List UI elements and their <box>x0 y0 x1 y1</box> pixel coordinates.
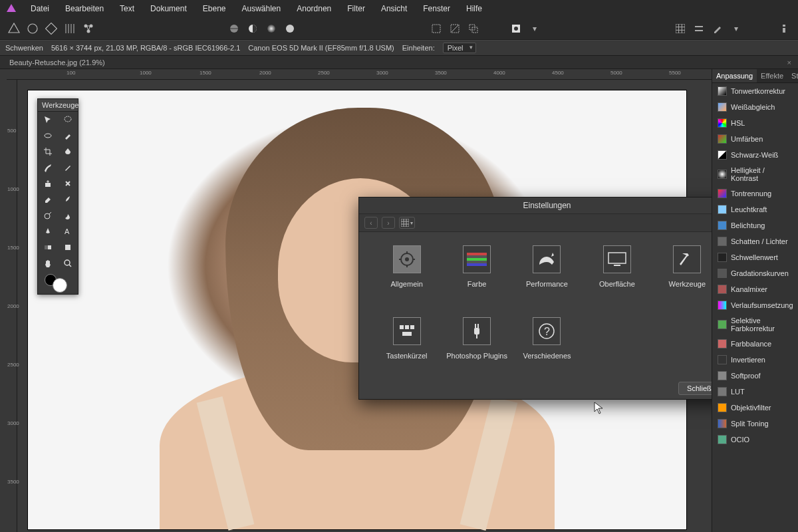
menu-auswaehlen[interactable]: Auswählen <box>235 1 287 16</box>
dodge-tool-icon[interactable] <box>38 207 58 223</box>
menu-bearbeiten[interactable]: Bearbeiten <box>59 1 110 16</box>
quickmask-icon[interactable] <box>509 21 523 36</box>
grid-icon[interactable] <box>673 21 688 36</box>
adjustment-item[interactable]: Softproof <box>712 368 798 384</box>
adjustment-swatch-icon <box>718 355 727 364</box>
adjustment-item[interactable]: Weißabgleich <box>712 99 798 115</box>
zoom-tool-icon[interactable] <box>58 255 78 271</box>
menu-filter[interactable]: Filter <box>340 1 372 16</box>
text-tool-icon[interactable]: A <box>58 223 78 239</box>
svg-point-20 <box>65 116 71 122</box>
healing-tool-icon[interactable] <box>58 176 78 192</box>
dialog-close-button[interactable]: Schließen <box>678 382 712 395</box>
dropdown2-icon[interactable]: ▾ <box>729 21 743 36</box>
color-swatches[interactable] <box>38 271 78 294</box>
pen-tool-icon[interactable] <box>38 223 58 239</box>
persona-photo-icon[interactable] <box>7 21 21 36</box>
dialog-view-grid-icon[interactable]: ▾ <box>399 217 415 229</box>
adjustment-item[interactable]: Belichtung <box>712 217 798 233</box>
gradient-tool-icon[interactable] <box>38 239 58 255</box>
menu-dokument[interactable]: Dokument <box>144 1 194 16</box>
background-color[interactable] <box>53 278 67 293</box>
adjustment-item[interactable]: Kanalmixer <box>712 281 798 297</box>
adjustment-item[interactable]: Schwarz-Weiß <box>712 147 798 163</box>
menu-fenster[interactable]: Fenster <box>416 1 457 16</box>
tab-stile[interactable]: Stile <box>787 69 798 82</box>
dropdown-icon[interactable]: ▾ <box>527 21 542 36</box>
pref-item-hammer[interactable]: Werkzeuge <box>656 245 712 303</box>
flood-tool-icon[interactable] <box>58 144 78 160</box>
right-panel: Anpassung Effekte Stile Tonwertkorrektur… <box>712 69 798 532</box>
align-icon[interactable] <box>692 21 706 36</box>
dialog-forward-icon[interactable]: › <box>382 217 395 229</box>
menu-datei[interactable]: Datei <box>24 1 56 16</box>
persona-export-icon[interactable] <box>81 21 96 36</box>
pref-item-plug[interactable]: Photoshop Plugins <box>445 317 508 374</box>
pref-item-gear[interactable]: Allgemein <box>375 245 438 303</box>
pref-item-color[interactable]: Farbe <box>445 245 508 303</box>
pref-item-monitor[interactable]: Oberfläche <box>585 245 648 303</box>
toolbar-gradient-icon[interactable] <box>264 21 279 36</box>
dialog-back-icon[interactable]: ‹ <box>364 217 378 229</box>
persona-tone-icon[interactable] <box>63 21 77 36</box>
lasso-tool-icon[interactable] <box>58 112 78 128</box>
svg-point-28 <box>65 260 70 265</box>
adjustment-item[interactable]: HSL <box>712 115 798 131</box>
persona-develop-icon[interactable] <box>44 21 59 36</box>
tab-anpassung[interactable]: Anpassung <box>712 69 757 82</box>
adjustment-item[interactable]: Schwellenwert <box>712 249 798 265</box>
adjustment-item[interactable]: OCIO <box>712 432 798 448</box>
adjustment-item[interactable]: Schatten / Lichter <box>712 233 798 249</box>
selection-mode1-icon[interactable] <box>429 21 444 36</box>
pref-item-keys[interactable]: Tastenkürzel <box>375 317 438 374</box>
menu-ansicht[interactable]: Ansicht <box>374 1 414 16</box>
crop-tool-icon[interactable] <box>38 144 58 160</box>
adjustment-item[interactable]: LUT <box>712 384 798 400</box>
selection-mode2-icon[interactable] <box>448 21 462 36</box>
smudge-tool-icon[interactable] <box>58 192 78 207</box>
adjustment-item[interactable]: Farbbalance <box>712 336 798 352</box>
selection-mode3-icon[interactable] <box>466 21 481 36</box>
persona-liquify-icon[interactable] <box>25 21 40 36</box>
shape-tool-icon[interactable] <box>58 239 78 255</box>
move-tool-icon[interactable] <box>38 112 58 128</box>
adjustment-item[interactable]: Verlaufsumsetzung <box>712 297 798 313</box>
pref-item-question[interactable]: ?Verschiedenes <box>515 317 579 374</box>
adjustment-item[interactable]: Umfärben <box>712 131 798 147</box>
menu-ebene[interactable]: Ebene <box>196 1 233 16</box>
toolbar-solid-icon[interactable] <box>283 21 297 36</box>
tab-effekte[interactable]: Effekte <box>757 69 787 82</box>
brush-tool-icon[interactable] <box>38 160 58 176</box>
adjustment-swatch-icon <box>718 320 727 329</box>
eraser-tool-icon[interactable] <box>38 192 58 207</box>
ellipse-marquee-icon[interactable] <box>38 128 58 144</box>
adjustment-item[interactable]: Tonwertkorrektur <box>712 83 798 99</box>
paint-brush-icon[interactable] <box>58 160 78 176</box>
adjustment-item[interactable]: Tontrennung <box>712 186 798 201</box>
units-select[interactable]: Pixel <box>443 43 476 53</box>
menu-hilfe[interactable]: Hilfe <box>460 1 489 16</box>
toolbar-circle1-icon[interactable] <box>227 21 241 36</box>
adjustment-item[interactable]: Split Toning <box>712 416 798 432</box>
document-tab[interactable]: Beauty-Retusche.jpg (21.9%) <box>4 57 110 68</box>
hand-tool-icon[interactable] <box>38 255 58 271</box>
adjustment-item[interactable]: Invertieren <box>712 352 798 368</box>
svg-rect-45 <box>402 332 412 336</box>
burn-tool-icon[interactable] <box>58 207 78 223</box>
selection-brush-icon[interactable] <box>58 128 78 144</box>
clone-tool-icon[interactable] <box>38 176 58 192</box>
adjustment-item[interactable]: Objektivfilter <box>712 400 798 416</box>
svg-rect-27 <box>65 245 70 250</box>
menu-text[interactable]: Text <box>113 1 141 16</box>
toolbar-halfcircle-icon[interactable] <box>245 21 260 36</box>
edit-icon[interactable] <box>710 21 725 36</box>
tab-close-icon[interactable]: × <box>787 59 791 66</box>
pref-item-cat[interactable]: Performance <box>515 245 579 303</box>
adjustment-item[interactable]: Helligkeit / Kontrast <box>712 163 798 186</box>
menu-anordnen[interactable]: Anordnen <box>290 1 338 16</box>
info-icon[interactable] <box>777 21 791 36</box>
adjustment-item[interactable]: Selektive Farbkorrektur <box>712 313 798 336</box>
adjustment-label: Split Toning <box>731 420 769 428</box>
adjustment-item[interactable]: Leuchtkraft <box>712 201 798 217</box>
adjustment-item[interactable]: Gradationskurven <box>712 265 798 281</box>
